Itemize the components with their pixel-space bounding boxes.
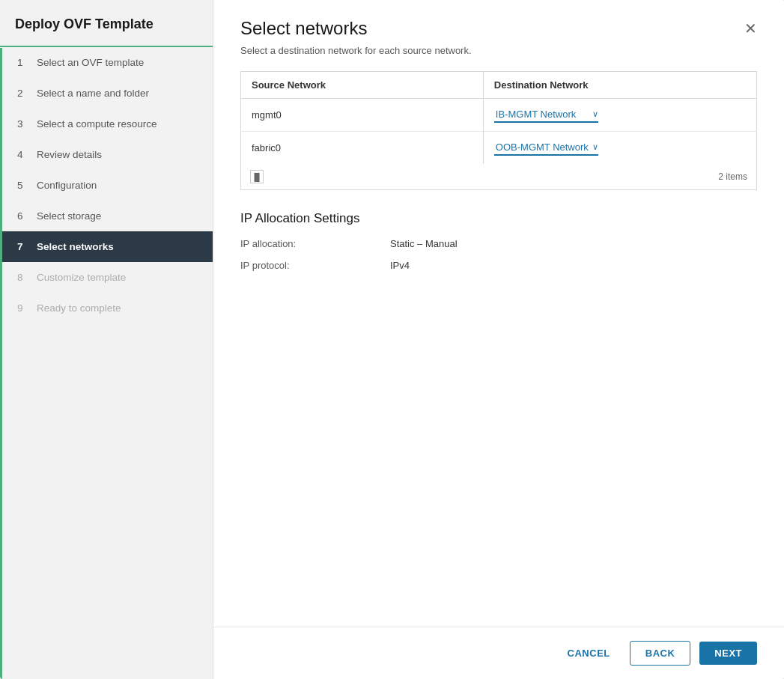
main-subtitle: Select a destination network for each so… — [213, 39, 784, 56]
destination-select-0[interactable]: IB-MGMT NetworkOOB-MGMT NetworkVM Networ… — [494, 107, 591, 121]
table-footer: ▐▌ 2 items — [241, 164, 757, 190]
ip-allocation-value: Static – Manual — [390, 238, 458, 249]
sidebar-item-select-storage[interactable]: 6 Select storage — [0, 201, 213, 231]
sidebar-item-customize-template: 8 Customize template — [0, 262, 213, 293]
sidebar-nav: 1 Select an OVF template2 Select a name … — [0, 47, 213, 323]
source-network-header: Source Network — [241, 72, 484, 99]
select-arrow-icon-1: ∨ — [592, 142, 598, 152]
ip-protocol-label: IP protocol: — [240, 260, 390, 271]
main-content: Select networks ✕ Select a destination n… — [213, 0, 784, 679]
items-count: 2 items — [483, 164, 756, 190]
sidebar-label-ready-to-complete: Ready to complete — [37, 302, 121, 314]
sidebar-item-select-name[interactable]: 2 Select a name and folder — [0, 78, 213, 109]
column-icon: ▐▌ — [250, 170, 264, 183]
sidebar-item-configuration[interactable]: 5 Configuration — [0, 170, 213, 201]
select-arrow-icon-0: ∨ — [592, 109, 598, 119]
sidebar-item-select-compute[interactable]: 3 Select a compute resource — [0, 109, 213, 139]
main-body: Source Network Destination Network mgmt0… — [213, 56, 784, 627]
step-num-select-ovf: 1 — [17, 57, 29, 68]
table-row: fabric0IB-MGMT NetworkOOB-MGMT NetworkVM… — [241, 132, 757, 165]
step-num-customize-template: 8 — [17, 272, 29, 283]
source-network-cell-0: mgmt0 — [241, 99, 484, 132]
ip-section-title: IP Allocation Settings — [240, 211, 757, 226]
next-button[interactable]: NEXT — [699, 642, 757, 665]
destination-select-1[interactable]: IB-MGMT NetworkOOB-MGMT NetworkVM Networ… — [494, 140, 591, 154]
progress-bar — [0, 48, 2, 679]
step-num-select-compute: 3 — [17, 118, 29, 130]
main-header: Select networks ✕ — [213, 0, 784, 39]
destination-select-wrapper-0: IB-MGMT NetworkOOB-MGMT NetworkVM Networ… — [494, 107, 598, 123]
sidebar-item-select-ovf[interactable]: 1 Select an OVF template — [0, 47, 213, 78]
sidebar-label-configuration: Configuration — [37, 180, 97, 191]
sidebar-item-ready-to-complete: 9 Ready to complete — [0, 293, 213, 323]
main-title: Select networks — [240, 18, 367, 39]
ip-allocation-row: IP allocation: Static – Manual — [240, 238, 757, 249]
destination-network-cell-1[interactable]: IB-MGMT NetworkOOB-MGMT NetworkVM Networ… — [483, 132, 756, 165]
cancel-button[interactable]: CANCEL — [557, 642, 621, 665]
step-num-select-networks: 7 — [17, 241, 29, 252]
step-num-select-name: 2 — [17, 88, 29, 99]
sidebar-title: Deploy OVF Template — [0, 0, 213, 46]
ip-protocol-value: IPv4 — [390, 260, 410, 271]
step-num-review-details: 4 — [17, 149, 29, 160]
destination-network-header: Destination Network — [483, 72, 756, 99]
sidebar-label-select-name: Select a name and folder — [37, 88, 149, 99]
sidebar: Deploy OVF Template 1 Select an OVF temp… — [0, 0, 213, 679]
network-table-body: mgmt0IB-MGMT NetworkOOB-MGMT NetworkVM N… — [241, 99, 757, 165]
sidebar-item-select-networks[interactable]: 7 Select networks — [0, 231, 213, 262]
destination-select-wrapper-1: IB-MGMT NetworkOOB-MGMT NetworkVM Networ… — [494, 140, 598, 156]
step-num-configuration: 5 — [17, 180, 29, 191]
main-footer: CANCEL BACK NEXT — [213, 627, 784, 679]
network-table: Source Network Destination Network mgmt0… — [240, 71, 757, 190]
sidebar-label-select-storage: Select storage — [37, 210, 101, 222]
sidebar-label-customize-template: Customize template — [37, 272, 126, 283]
table-footer-icons: ▐▌ — [241, 164, 484, 190]
sidebar-label-select-compute: Select a compute resource — [37, 118, 157, 130]
destination-network-cell-0[interactable]: IB-MGMT NetworkOOB-MGMT NetworkVM Networ… — [483, 99, 756, 132]
ip-protocol-row: IP protocol: IPv4 — [240, 260, 757, 271]
ip-allocation-label: IP allocation: — [240, 238, 390, 249]
source-network-cell-1: fabric0 — [241, 132, 484, 165]
sidebar-item-review-details[interactable]: 4 Review details — [0, 139, 213, 170]
deploy-ovf-modal: Deploy OVF Template 1 Select an OVF temp… — [0, 0, 784, 679]
sidebar-label-select-ovf: Select an OVF template — [37, 57, 144, 68]
back-button[interactable]: BACK — [630, 641, 691, 666]
table-row: mgmt0IB-MGMT NetworkOOB-MGMT NetworkVM N… — [241, 99, 757, 132]
sidebar-label-review-details: Review details — [37, 149, 102, 160]
close-button[interactable]: ✕ — [744, 19, 757, 37]
sidebar-label-select-networks: Select networks — [37, 241, 114, 252]
step-num-ready-to-complete: 9 — [17, 302, 29, 314]
step-num-select-storage: 6 — [17, 210, 29, 222]
